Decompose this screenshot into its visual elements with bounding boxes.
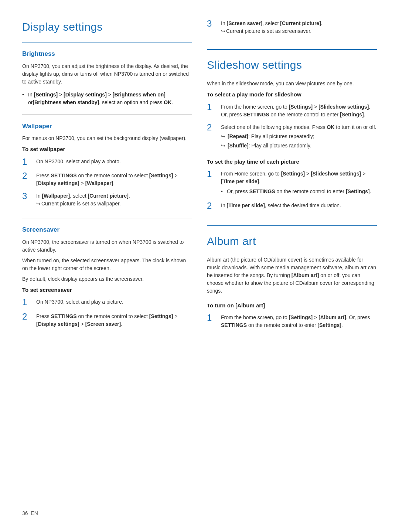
- step-content: On NP3700, select and play a photo.: [36, 157, 192, 166]
- wallpaper-instruction: To set wallpaper: [22, 145, 192, 154]
- slideshow-top-divider: [207, 49, 377, 50]
- step-number: 1: [207, 102, 221, 113]
- slideshow-title: Slideshow settings: [207, 57, 377, 73]
- screensaver-para1: On NP3700, the screensaver is turned on …: [22, 238, 192, 254]
- step-item: 1 From the home screen, go to [Settings]…: [207, 102, 377, 119]
- step-content: Press SETTINGS on the remote control to …: [36, 171, 192, 187]
- brightness-divider: [22, 115, 192, 115]
- screensaver-title: Screensaver: [22, 225, 192, 235]
- brightness-para: On NP3700, you can adjust the brightness…: [22, 62, 192, 86]
- result-item: [Shuffle]: Play all pictures randomly.: [221, 142, 377, 150]
- album-art-steps: 1 From the home screen, go to [Settings]…: [207, 313, 377, 333]
- step-item: 1 From Home screen, go to [Settings] > […: [207, 169, 377, 197]
- wallpaper-divider: [22, 218, 192, 218]
- step-item: 3 In [Screen saver], select [Current pic…: [207, 18, 377, 35]
- screensaver-instruction: To set screensaver: [22, 286, 192, 294]
- step-item: 1 From the home screen, go to [Settings]…: [207, 313, 377, 329]
- screensaver-para3: By default, clock display appears as the…: [22, 275, 192, 283]
- slideshow-play-mode-title: To select a play mode for slideshow: [207, 91, 377, 99]
- main-title: Display settings: [22, 18, 192, 35]
- step-content: In [Screen saver], select [Current pictu…: [221, 18, 377, 35]
- step-item: 2 In [Time per slide], select the desire…: [207, 201, 377, 211]
- wallpaper-title: Wallpaper: [22, 122, 192, 131]
- wallpaper-para: For menus on NP3700, you can set the bac…: [22, 134, 192, 142]
- slideshow-play-mode-steps: 1 From the home screen, go to [Settings]…: [207, 102, 377, 153]
- step-content: On NP3700, select and play a picture.: [36, 297, 192, 306]
- step-item: 2 Press SETTINGS on the remote control t…: [22, 171, 192, 187]
- step-number: 2: [207, 122, 221, 133]
- step-number: 1: [207, 313, 221, 323]
- step-number: 2: [207, 201, 221, 211]
- step-number: 1: [22, 157, 36, 167]
- step-number: 3: [22, 191, 36, 202]
- slideshow-play-time-steps: 1 From Home screen, go to [Settings] > […: [207, 169, 377, 215]
- album-art-title: Album art: [207, 233, 377, 249]
- sub-bullets: Or, press SETTINGS on the remote control…: [221, 188, 377, 195]
- step-number: 1: [207, 169, 221, 180]
- album-art-instruction: To turn on [Album art]: [207, 301, 377, 310]
- sub-bullet: Or, press SETTINGS on the remote control…: [221, 188, 377, 195]
- step-number: 2: [22, 171, 36, 181]
- page-number: 36: [22, 510, 28, 516]
- slideshow-para: When in the slideshow mode, you can view…: [207, 80, 377, 88]
- right-column: 3 In [Screen saver], select [Current pic…: [207, 18, 377, 514]
- step-item: 1 On NP3700, select and play a photo.: [22, 157, 192, 167]
- step-content: Press SETTINGS on the remote control to …: [36, 311, 192, 328]
- screensaver-para2: When turned on, the selected screensaver…: [22, 257, 192, 272]
- step-content: Select one of the following play modes. …: [221, 122, 377, 150]
- step-result: Current picture is set as wallpaper.: [36, 200, 192, 208]
- step-item: 3 In [Wallpaper], select [Current pictur…: [22, 191, 192, 208]
- step-content: In [Time per slide], select the desired …: [221, 201, 377, 209]
- language: EN: [31, 510, 38, 516]
- result-item: [Repeat]: Play all pictures repeatedly;: [221, 133, 377, 140]
- step-result: Current picture is set as screensaver.: [221, 27, 377, 35]
- step-item: 2 Press SETTINGS on the remote control t…: [22, 311, 192, 328]
- step-number: 2: [22, 311, 36, 322]
- step-content: From the home screen, go to [Settings] >…: [221, 313, 377, 329]
- top-divider: [22, 42, 192, 42]
- brightness-bullets: In [Settings] > [Display settings] > [Br…: [22, 91, 192, 108]
- footer: 36 EN: [22, 509, 38, 517]
- left-column: Display settings Brightness On NP3700, y…: [22, 18, 192, 514]
- brightness-bullet-1: In [Settings] > [Display settings] > [Br…: [22, 91, 192, 106]
- step-content: In [Wallpaper], select [Current picture]…: [36, 191, 192, 208]
- step-number: 1: [22, 297, 36, 308]
- wallpaper-steps: 1 On NP3700, select and play a photo. 2 …: [22, 157, 192, 212]
- slideshow-play-time-title: To set the play time of each picture: [207, 158, 377, 166]
- album-art-para: Album art (the picture of CD/album cover…: [207, 256, 377, 295]
- step-content: From the home screen, go to [Settings] >…: [221, 102, 377, 119]
- album-art-divider: [207, 225, 377, 226]
- screensaver-step3-list: 3 In [Screen saver], select [Current pic…: [207, 18, 377, 39]
- step-item: 1 On NP3700, select and play a picture.: [22, 297, 192, 308]
- screensaver-steps: 1 On NP3700, select and play a picture. …: [22, 297, 192, 332]
- page-container: Display settings Brightness On NP3700, y…: [0, 0, 399, 532]
- brightness-title: Brightness: [22, 49, 192, 59]
- step-item: 2 Select one of the following play modes…: [207, 122, 377, 150]
- step-content: From Home screen, go to [Settings] > [Sl…: [221, 169, 377, 197]
- step-number: 3: [207, 18, 221, 29]
